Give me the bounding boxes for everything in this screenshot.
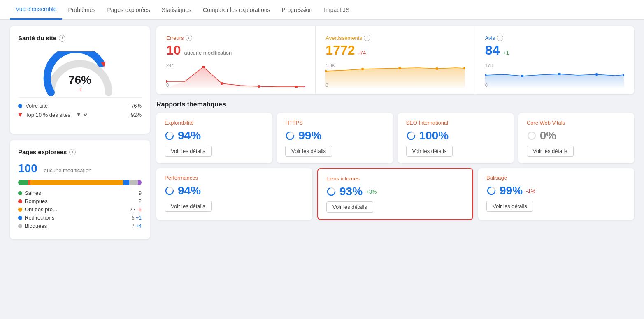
top10-legend-value: 92% [131, 112, 142, 118]
pages-count: 100 [18, 162, 37, 175]
rapports-title: Rapports thématiques [156, 101, 634, 108]
svg-point-17 [595, 73, 598, 76]
legend-saines: Saines 9 [18, 190, 142, 196]
core-web-vitals-title: Core Web Vitals [527, 120, 626, 126]
errors-sparkline: 244 [166, 63, 305, 88]
notices-value: 84 [485, 43, 500, 58]
balisage-details-btn[interactable]: Voir les détails [486, 201, 533, 212]
left-sidebar: Santé du site i 76% [10, 26, 150, 312]
nav-item-progression[interactable]: Progression [276, 0, 318, 20]
notices-chart-bot: 0 [485, 83, 488, 88]
liens-internes-circle-icon [326, 187, 336, 196]
gauge-percentage: 76% [68, 74, 91, 86]
report-explorabilite: Explorabilité 94% Voir les détails [156, 113, 272, 163]
notices-sparkline: 178 [485, 63, 624, 88]
svg-marker-13 [485, 74, 624, 88]
liens-internes-details-btn[interactable]: Voir les détails [326, 201, 373, 213]
top10-legend-icon [18, 113, 22, 117]
metric-errors: Erreurs i 10 aucune modification 244 [156, 26, 316, 94]
errors-chart-top: 244 [166, 63, 174, 68]
explorabilite-pct: 94% [178, 129, 201, 142]
legend-bloquees: Bloquées 7 +4 [18, 223, 142, 229]
errors-value: 10 [166, 43, 181, 58]
svg-point-16 [558, 73, 561, 75]
site-health-info-icon[interactable]: i [59, 35, 65, 42]
https-details-btn[interactable]: Voir les détails [285, 146, 332, 157]
reports-row2: Performances 94% Voir les détails Liens … [156, 168, 634, 220]
errors-value-row: 10 aucune modification [166, 43, 305, 58]
pages-legend: Saines 9 Rompues 2 Ont des pro... [18, 190, 142, 229]
balisage-delta: -1% [526, 188, 535, 194]
dot-bloquees [18, 224, 22, 228]
nav-item-comparer[interactable]: Comparer les explorations [197, 0, 276, 20]
explorabilite-pct-row: 94% [165, 129, 264, 142]
svg-point-15 [521, 75, 523, 77]
performances-title: Performances [165, 175, 304, 181]
nav-item-problemes[interactable]: Problèmes [62, 0, 101, 20]
seo-pct-row: 100% [406, 129, 505, 142]
pb-other [138, 180, 142, 185]
pages-no-change: aucune modification [44, 167, 92, 173]
legend-rompues: Rompues 2 [18, 198, 142, 204]
svg-point-4 [221, 82, 223, 85]
notices-info-icon[interactable]: i [497, 35, 503, 41]
liens-internes-delta: +3% [366, 189, 377, 195]
nav-item-impact-js[interactable]: Impact JS [318, 0, 355, 20]
svg-point-10 [398, 67, 401, 69]
balisage-pct: 99% [500, 184, 523, 197]
warnings-delta: -74 [358, 50, 366, 56]
cwv-circle-icon [527, 131, 537, 141]
report-balisage: Balisage 99% -1% Voir les détails [478, 168, 634, 220]
errors-sub: aucune modification [184, 50, 232, 56]
performances-details-btn[interactable]: Voir les détails [165, 201, 212, 212]
pb-bloquees [129, 180, 138, 185]
notices-chart-svg [485, 63, 624, 88]
report-liens-internes: Liens internes 93% +3% Voir les détails [317, 168, 473, 220]
report-core-web-vitals: Core Web Vitals 0% Voir les détails [518, 113, 634, 163]
report-performances: Performances 94% Voir les détails [156, 168, 312, 220]
warnings-info-icon[interactable]: i [364, 35, 370, 41]
errors-info-icon[interactable]: i [186, 35, 192, 41]
dot-rompues [18, 199, 22, 203]
cwv-details-btn[interactable]: Voir les détails [527, 146, 574, 157]
warnings-value-row: 1772 -74 [325, 43, 465, 58]
site-legend-label: Votre site [26, 103, 48, 109]
warnings-chart-top: 1.8K [325, 63, 335, 68]
pb-saines [18, 180, 28, 185]
nav-item-vue-densemble[interactable]: Vue d'ensemble [10, 0, 62, 20]
performances-pct: 94% [178, 184, 201, 197]
reports-row1: Explorabilité 94% Voir les détails HTTPS [156, 113, 634, 163]
top10-dropdown[interactable]: ▼ [74, 111, 88, 118]
pages-explorees-card: Pages explorées i 100 aucune modificatio… [10, 140, 150, 239]
seo-circle-icon [406, 131, 416, 141]
seo-details-btn[interactable]: Voir les détails [406, 146, 453, 157]
nav-item-pages-explorees[interactable]: Pages explorées [101, 0, 156, 20]
svg-point-6 [295, 86, 298, 88]
notices-delta: +1 [503, 50, 509, 56]
metric-notices: Avis i 84 +1 178 [475, 26, 634, 94]
https-circle-icon [285, 131, 295, 141]
pb-redirections [123, 180, 129, 185]
errors-title: Erreurs i [166, 35, 305, 41]
dot-redirections [18, 216, 22, 220]
notices-chart-top: 178 [485, 63, 493, 68]
warnings-value: 1772 [325, 43, 355, 58]
explorabilite-details-btn[interactable]: Voir les détails [165, 146, 212, 157]
svg-point-11 [436, 67, 439, 70]
metric-warnings: Avertissements i 1772 -74 1.8K [316, 26, 475, 94]
liens-internes-pct-row: 93% +3% [326, 185, 464, 198]
seo-international-title: SEO International [406, 120, 505, 126]
main-layout: Santé du site i 76% [0, 20, 644, 319]
errors-chart-bot: 0 [166, 83, 169, 88]
nav-item-statistiques[interactable]: Statistiques [156, 0, 197, 20]
top-navigation: Vue d'ensemble Problèmes Pages explorées… [0, 0, 644, 20]
site-legend-value: 76% [131, 103, 142, 109]
cwv-pct: 0% [540, 129, 556, 142]
pages-explorees-info-icon[interactable]: i [69, 149, 76, 155]
gauge-legend-top10: Top 10 % des sites ▼ 92% [18, 111, 142, 118]
performances-circle-icon [165, 186, 174, 196]
legend-ont-des-pro: Ont des pro... 77 -5 [18, 206, 142, 213]
gauge-legend: Votre site 76% Top 10 % des sites ▼ 92% [18, 97, 142, 120]
right-content: Erreurs i 10 aucune modification 244 [156, 26, 634, 312]
performances-pct-row: 94% [165, 184, 304, 197]
